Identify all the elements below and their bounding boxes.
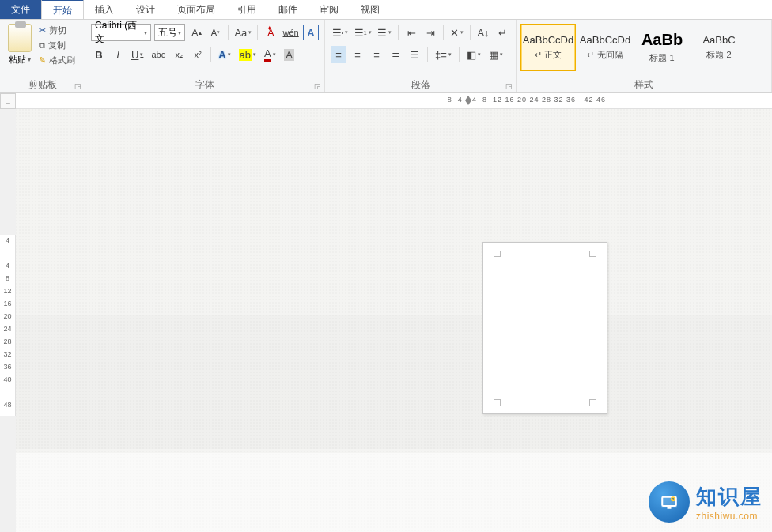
align-left-button[interactable]: ≡ — [331, 46, 346, 63]
shrink-font-button[interactable]: A▾ — [207, 24, 223, 41]
style-preview: AaBbCcDd — [580, 34, 630, 46]
font-color-button[interactable]: A▾ — [262, 46, 278, 63]
margin-corner-bl — [494, 399, 501, 406]
align-center-button[interactable]: ≡ — [350, 46, 365, 63]
tab-mailings[interactable]: 邮件 — [267, 0, 308, 19]
phonetic-icon: wén — [283, 28, 299, 37]
horizontal-ruler[interactable]: 8 48 4 4 8 12 16 20 24 28 32 36 42 464 8… — [16, 93, 772, 109]
highlight-icon: ab — [239, 49, 252, 61]
copy-button[interactable]: ⧉复制 — [36, 39, 78, 52]
ribbon-tabs: 文件 开始 插入 设计 页面布局 引用 邮件 审阅 视图 — [0, 0, 772, 20]
asian-layout-button[interactable]: ✕▾ — [448, 24, 465, 41]
tab-review[interactable]: 审阅 — [308, 0, 350, 19]
group-clipboard: 粘贴▾ ✂剪切 ⧉复制 ✎格式刷 剪贴板 ◲ — [0, 20, 85, 92]
style-name: 标题 2 — [706, 49, 731, 61]
paste-label: 粘贴 — [9, 54, 26, 66]
phonetic-guide-button[interactable]: wén — [282, 24, 300, 41]
case-icon: Aa — [234, 27, 247, 39]
tab-file[interactable]: 文件 — [0, 0, 41, 19]
style-preview: AaBb — [641, 31, 683, 49]
group-styles-label: 样式 — [520, 77, 768, 92]
increase-indent-button[interactable]: ⇥ — [422, 24, 438, 41]
document-area[interactable]: ? 知识屋 zhishiwu.com — [16, 109, 772, 532]
group-paragraph-label: 段落 — [328, 77, 513, 92]
tab-references[interactable]: 引用 — [226, 0, 267, 19]
shading-button[interactable]: ◧▾ — [464, 46, 483, 63]
bullets-button[interactable]: ☰•▾ — [331, 24, 350, 41]
ruler-indent-marker[interactable] — [464, 96, 471, 104]
paragraph-launcher[interactable]: ◲ — [503, 80, 514, 91]
justify-button[interactable]: ≣ — [388, 46, 403, 63]
copy-icon: ⧉ — [39, 40, 45, 51]
group-styles: AaBbCcDd↵ 正文AaBbCcDd↵ 无间隔AaBb标题 1AaBbC标题… — [517, 20, 772, 92]
format-painter-button[interactable]: ✎格式刷 — [36, 54, 78, 67]
brush-icon: ✎ — [39, 55, 46, 66]
scissors-icon: ✂ — [39, 25, 46, 36]
italic-button[interactable]: I — [110, 46, 126, 63]
style-name: ↵ 无间隔 — [587, 49, 623, 61]
paste-button[interactable]: 粘贴▾ — [3, 22, 36, 74]
group-clipboard-label: 剪贴板 — [3, 77, 81, 92]
clipboard-launcher[interactable]: ◲ — [72, 80, 83, 91]
grow-font-button[interactable]: A▴ — [188, 24, 204, 41]
vruler-mark: 24 — [3, 325, 11, 333]
multilevel-button[interactable]: ☰▾ — [376, 24, 393, 41]
align-right-button[interactable]: ≡ — [369, 46, 384, 63]
subscript-button[interactable]: x₂ — [171, 46, 187, 63]
margin-corner-tl — [494, 251, 501, 257]
group-font-label: 字体 — [89, 77, 321, 92]
tab-view[interactable]: 视图 — [350, 0, 391, 19]
vruler-mark: 4 — [6, 262, 9, 270]
char-border-button[interactable]: A — [303, 25, 319, 40]
ruler-corner[interactable]: ∟ — [0, 93, 16, 109]
numbering-button[interactable]: ☰1▾ — [353, 24, 373, 41]
document-page[interactable] — [482, 242, 607, 414]
margin-corner-br — [589, 399, 596, 406]
margin-corner-tr — [589, 251, 596, 257]
tab-layout[interactable]: 页面布局 — [166, 0, 226, 19]
underline-button[interactable]: U▾ — [129, 46, 146, 63]
decrease-indent-button[interactable]: ⇤ — [403, 24, 419, 41]
group-paragraph: ☰•▾ ☰1▾ ☰▾ ⇤ ⇥ ✕▾ A↓ ↵ ≡ ≡ ≡ ≣ ☰ ‡≡▾ — [325, 20, 517, 92]
font-name-combo[interactable]: Calibri (西文▾ — [91, 24, 151, 41]
vruler-mark: 4 — [6, 236, 9, 244]
sort-button[interactable]: A↓ — [475, 24, 491, 41]
vertical-ruler[interactable]: 448121620242832364048 — [0, 235, 16, 416]
font-launcher[interactable]: ◲ — [312, 80, 323, 91]
shrink-font-icon: A — [211, 28, 217, 37]
style-card-0[interactable]: AaBbCcDd↵ 正文 — [520, 24, 576, 71]
style-card-1[interactable]: AaBbCcDd↵ 无间隔 — [577, 24, 633, 71]
show-marks-button[interactable]: ↵ — [494, 24, 510, 41]
cut-button[interactable]: ✂剪切 — [36, 24, 78, 37]
superscript-button[interactable]: x² — [190, 46, 206, 63]
clear-format-button[interactable]: A✦ — [263, 24, 278, 41]
text-effects-button[interactable]: A▾ — [216, 46, 233, 63]
borders-button[interactable]: ▦▾ — [486, 46, 505, 63]
font-color-icon: A — [264, 47, 271, 62]
vruler-mark: 16 — [3, 300, 11, 308]
tab-home[interactable]: 开始 — [41, 0, 84, 19]
underline-icon: U — [131, 49, 138, 61]
bold-button[interactable]: B — [91, 46, 107, 63]
strike-button[interactable]: abc — [149, 46, 168, 63]
style-name: 标题 1 — [649, 52, 674, 64]
paste-icon — [8, 24, 32, 52]
tab-insert[interactable]: 插入 — [84, 0, 125, 19]
highlight-button[interactable]: ab▾ — [237, 46, 259, 63]
vruler-mark: 36 — [3, 363, 11, 371]
tab-design[interactable]: 设计 — [125, 0, 166, 19]
change-case-button[interactable]: Aa▾ — [233, 24, 252, 41]
watermark-text-en: zhishiwu.com — [696, 511, 763, 522]
style-card-2[interactable]: AaBb标题 1 — [634, 24, 690, 71]
cut-label: 剪切 — [49, 25, 66, 36]
style-preview: AaBbC — [702, 34, 735, 46]
line-spacing-button[interactable]: ‡≡▾ — [433, 46, 454, 63]
distributed-button[interactable]: ☰ — [407, 46, 422, 63]
chevron-down-icon: ▾ — [28, 56, 31, 63]
font-size-combo[interactable]: 五号▾ — [154, 24, 185, 41]
style-card-3[interactable]: AaBbC标题 2 — [691, 24, 747, 71]
group-font: Calibri (西文▾ 五号▾ A▴ A▾ Aa▾ A✦ wén A B I … — [85, 20, 325, 92]
format-painter-label: 格式刷 — [49, 55, 75, 66]
vruler-mark: 48 — [3, 401, 11, 409]
char-shading-button[interactable]: A — [282, 46, 297, 63]
